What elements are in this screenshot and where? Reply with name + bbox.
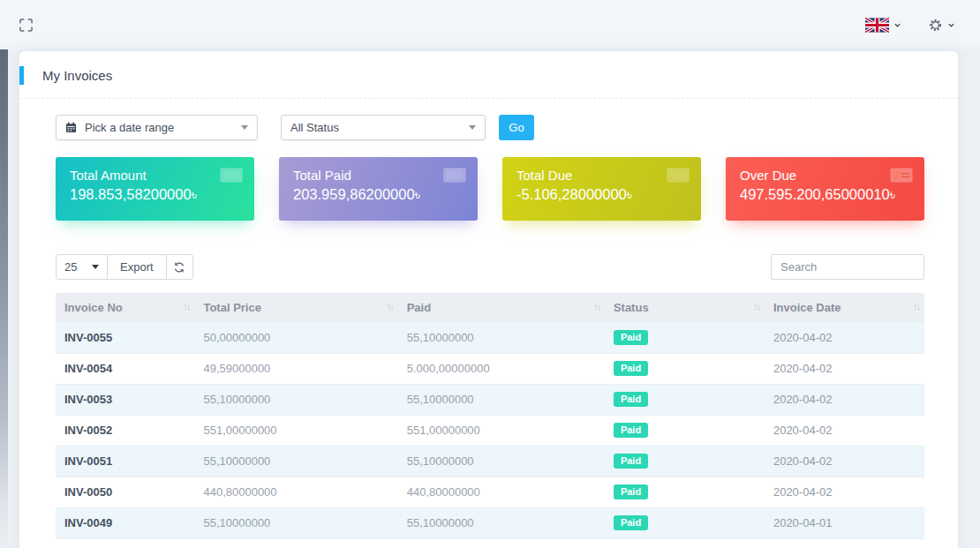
total-price-cell: 49,59000000 <box>194 353 397 384</box>
paid-cell: 55,10000000 <box>398 322 605 353</box>
status-filter-select[interactable]: All Status <box>281 115 486 140</box>
status-badge: Paid <box>614 330 648 345</box>
column-header-status[interactable]: Status↑↓ <box>605 293 765 322</box>
card-label: Total Paid <box>293 168 464 183</box>
invoice-date-cell: 2020-04-02 <box>765 384 924 415</box>
status-cell: Paid <box>605 477 765 507</box>
table-row[interactable]: INV-0054 49,59000000 5.000,00000000 Paid… <box>56 353 924 384</box>
invoice-no-cell: INV-0053 <box>56 384 194 415</box>
status-cell: Paid <box>605 446 765 477</box>
banknote-icon <box>443 168 466 186</box>
status-filter-value: All Status <box>290 121 339 134</box>
page-size-value: 25 <box>64 260 77 274</box>
status-badge: Paid <box>614 423 648 438</box>
gear-icon <box>928 18 943 33</box>
column-header-paid[interactable]: Paid↑↓ <box>398 293 605 322</box>
language-switcher[interactable] <box>865 18 901 33</box>
card-label: Total Amount <box>70 168 240 183</box>
paid-cell: 55,10000000 <box>398 507 605 538</box>
sort-icon[interactable]: ↑↓ <box>387 301 393 312</box>
fullscreen-toggle-button[interactable] <box>19 19 33 32</box>
chevron-down-icon <box>241 125 248 130</box>
invoice-no-cell: INV-0052 <box>56 415 194 446</box>
paid-cell: 5.000,00000000 <box>398 353 605 384</box>
table-header-row: Invoice No↑↓ Total Price↑↓ Paid↑↓ Status… <box>56 293 924 322</box>
invoice-date-cell: 2020-04-02 <box>765 415 924 446</box>
table-row[interactable]: INV-0055 50,00000000 55,10000000 Paid 20… <box>56 322 924 353</box>
sort-icon[interactable]: ↑↓ <box>913 301 919 312</box>
my-invoices-panel: My Invoices Pick a date range All Status… <box>19 51 958 548</box>
status-badge: Paid <box>614 361 648 376</box>
panel-header: My Invoices <box>19 51 958 99</box>
banknote-icon <box>220 168 243 186</box>
total-price-cell: 50,00000000 <box>194 322 397 353</box>
settings-menu[interactable] <box>928 18 955 33</box>
invoice-no-cell: INV-0054 <box>56 353 194 384</box>
total-paid-card: Total Paid 203.959,86200000৳ <box>279 157 478 221</box>
over-due-card: Over Due 497.595.200,65000010৳ $ <box>726 157 924 221</box>
sort-icon[interactable]: ↑↓ <box>593 301 599 312</box>
sort-icon[interactable]: ↑↓ <box>183 301 189 312</box>
total-due-card: Total Due -5.106,28000000৳ <box>502 157 701 221</box>
table-row[interactable]: INV-0049 55,10000000 55,10000000 Paid 20… <box>56 507 924 538</box>
page-size-select[interactable]: 25 <box>56 254 108 280</box>
column-header-total-price[interactable]: Total Price↑↓ <box>194 293 397 322</box>
table-row[interactable]: INV-0051 55,10000000 55,10000000 Paid 20… <box>56 446 924 477</box>
status-cell: Paid <box>605 384 765 415</box>
export-button[interactable]: Export <box>107 254 167 280</box>
table-row[interactable]: INV-0050 440,80000000 440,80000000 Paid … <box>56 477 924 507</box>
total-price-cell: 55,10000000 <box>194 446 397 477</box>
sort-icon[interactable]: ↑↓ <box>753 301 759 312</box>
status-badge: Paid <box>614 515 648 530</box>
card-value: -5.106,28000000৳ <box>516 185 687 204</box>
invoice-date-cell: 2020-04-02 <box>765 446 924 477</box>
column-header-invoice-date[interactable]: Invoice Date↑↓ <box>765 293 924 322</box>
paid-cell: 55,10000000 <box>398 446 605 477</box>
card-value: 198.853,58200000৳ <box>70 185 240 204</box>
card-value: 497.595.200,65000010৳ <box>740 185 910 204</box>
column-header-invoice-no[interactable]: Invoice No↑↓ <box>56 293 194 322</box>
collapsed-sidebar-edge <box>0 0 8 548</box>
chevron-down-icon <box>893 21 901 29</box>
page-title: My Invoices <box>42 68 112 83</box>
date-range-value: Pick a date range <box>85 121 174 134</box>
table-controls: 25 Export <box>56 254 924 280</box>
uk-flag-icon <box>865 18 889 33</box>
invoice-no-cell: INV-0050 <box>56 477 194 507</box>
invoice-date-cell: 2020-04-02 <box>765 353 924 384</box>
chevron-down-icon <box>947 21 955 29</box>
svg-text:$: $ <box>894 172 898 179</box>
status-cell: Paid <box>605 507 765 538</box>
filter-bar: Pick a date range All Status Go <box>56 115 534 140</box>
invoice-no-cell: INV-0055 <box>56 322 194 353</box>
banknote-icon <box>667 168 690 186</box>
status-badge: Paid <box>614 454 648 469</box>
invoice-date-cell: 2020-04-01 <box>765 507 924 538</box>
card-value: 203.959,86200000৳ <box>293 185 464 204</box>
total-price-cell: 55,10000000 <box>194 384 397 415</box>
status-cell: Paid <box>605 322 765 353</box>
card-label: Over Due <box>740 168 910 183</box>
title-accent-bar <box>19 66 24 85</box>
invoice-date-cell: 2020-04-02 <box>765 322 924 353</box>
date-range-picker[interactable]: Pick a date range <box>56 115 258 140</box>
invoice-no-cell: INV-0051 <box>56 446 194 477</box>
calendar-icon <box>65 122 77 133</box>
table-row[interactable]: INV-0053 55,10000000 55,10000000 Paid 20… <box>56 384 924 415</box>
total-amount-card: Total Amount 198.853,58200000৳ <box>56 157 254 221</box>
refresh-icon <box>173 261 185 274</box>
status-cell: Paid <box>605 415 765 446</box>
go-button[interactable]: Go <box>499 115 534 140</box>
card-label: Total Due <box>516 168 687 183</box>
invoice-date-cell: 2020-04-02 <box>765 477 924 507</box>
table-row[interactable]: INV-0052 551,00000000 551,00000000 Paid … <box>56 415 924 446</box>
topbar <box>0 0 980 49</box>
total-price-cell: 551,00000000 <box>194 415 397 446</box>
refresh-button[interactable] <box>166 254 193 280</box>
money-check-icon: $ <box>890 168 913 186</box>
search-input[interactable] <box>771 254 924 280</box>
expand-icon <box>19 19 33 32</box>
paid-cell: 440,80000000 <box>398 477 605 507</box>
total-price-cell: 55,10000000 <box>194 507 397 538</box>
status-cell: Paid <box>605 353 765 384</box>
